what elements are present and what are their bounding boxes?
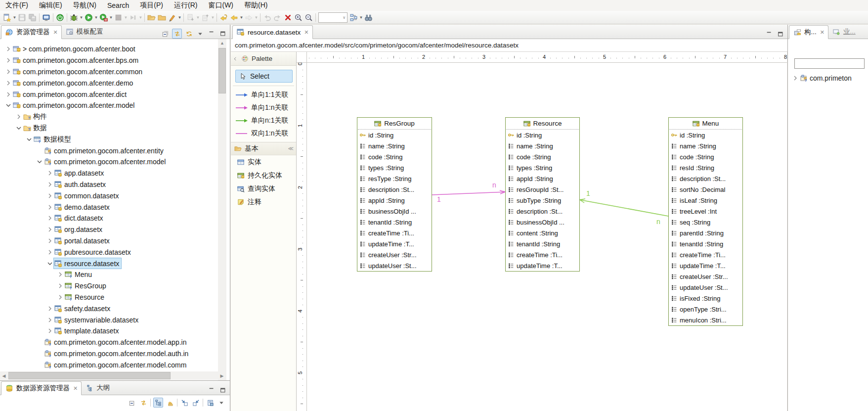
entity-field[interactable]: isLeaf :String xyxy=(669,195,742,206)
tree-item[interactable]: > com.primeton.gocom.afcenter.boot xyxy=(0,44,218,55)
chevron-right-icon[interactable] xyxy=(45,181,54,188)
tree-item[interactable]: resource.datasetx xyxy=(0,258,218,269)
start-server-icon[interactable] xyxy=(55,12,65,23)
diagram-layout-icon[interactable] xyxy=(348,12,359,23)
tree-item[interactable]: org.datasetx xyxy=(0,224,218,235)
view-menu-icon[interactable] xyxy=(217,398,226,407)
tree-item[interactable]: dict.datasetx xyxy=(0,213,218,224)
palette-tool-查询实体[interactable]: 查询实体 xyxy=(231,182,296,195)
entity-field[interactable]: content :String xyxy=(506,228,579,238)
chevron-down-icon[interactable] xyxy=(45,260,54,268)
entity-box-menu[interactable]: Menuid :Stringname :Stringcode :Stringre… xyxy=(668,117,743,326)
tree-item[interactable]: ?ResGroup xyxy=(0,280,218,292)
tree-item[interactable]: ?Resource xyxy=(0,292,218,303)
tree-item[interactable]: ?数据模型 xyxy=(0,134,218,145)
tree-item[interactable]: safety.datasetx xyxy=(0,303,218,314)
palette-drawer-basic[interactable]: 基本 ≪ xyxy=(231,142,296,155)
entity-field[interactable]: name :String xyxy=(669,140,742,151)
palette-tool-单向n:1关联[interactable]: 单向n:1关联 xyxy=(231,114,296,127)
chevron-right-icon[interactable] xyxy=(56,282,64,290)
entity-field[interactable]: openType :Stri... xyxy=(669,304,742,315)
tree-item-body[interactable]: ?数据模型 xyxy=(33,134,73,144)
entity-field[interactable]: tenantId :String xyxy=(357,217,432,228)
entity-field[interactable]: id :String xyxy=(506,130,579,140)
entity-field[interactable]: code :String xyxy=(669,151,742,162)
entity-box-resgroup[interactable]: ResGroupid :Stringname :Stringcode :Stri… xyxy=(357,117,432,272)
chevron-right-icon[interactable] xyxy=(56,271,64,278)
maximize-icon[interactable] xyxy=(776,30,785,39)
zoom-out-icon[interactable] xyxy=(304,12,314,23)
scroll-right-icon[interactable]: ▶ xyxy=(218,371,226,380)
entity-field[interactable]: updateUser :St... xyxy=(669,282,742,293)
close-icon[interactable]: ✕ xyxy=(53,29,58,36)
tree-item-body[interactable]: ?Resource xyxy=(64,292,106,302)
chevron-right-icon[interactable] xyxy=(4,68,12,76)
chevron-right-icon[interactable] xyxy=(45,305,54,313)
tree-item-body[interactable]: ?com.primeton.gocom.afcenter.model.comm xyxy=(43,360,188,370)
new-wizard-icon[interactable] xyxy=(2,12,12,23)
tree-item[interactable]: ?com.primeton.gocom.afcenter.entity xyxy=(0,145,218,156)
entity-field[interactable]: id :String xyxy=(357,130,432,140)
menu-navigate[interactable]: 导航(N) xyxy=(68,1,102,10)
tree-item[interactable]: portal.datasetx xyxy=(0,235,218,247)
chevron-right-icon[interactable] xyxy=(14,113,23,121)
menu-help[interactable]: 帮助(H) xyxy=(239,1,273,10)
dropdown-arrow-icon[interactable]: ▼ xyxy=(254,15,259,20)
tree-item[interactable]: demo.datasetx xyxy=(0,201,218,213)
palette-tool-持久化实体[interactable]: 持久化实体 xyxy=(231,169,296,182)
entity-field[interactable]: name :String xyxy=(506,140,579,151)
tab-datasource-explorer[interactable]: 数据源资源管理器 ✕ xyxy=(1,381,82,395)
entity-field[interactable]: description :St... xyxy=(669,173,742,184)
chevron-right-icon[interactable] xyxy=(56,293,64,301)
refresh-icon[interactable] xyxy=(184,29,193,38)
back-history-icon[interactable] xyxy=(229,12,239,23)
link-with-editor-icon[interactable] xyxy=(139,398,148,407)
entity-field[interactable]: appId :String xyxy=(357,195,432,206)
entity-field[interactable]: businessObjId ... xyxy=(357,206,432,217)
entity-field[interactable]: createTime :Ti... xyxy=(506,249,579,260)
tree-item[interactable]: pubresource.datasetx xyxy=(0,246,218,258)
entity-field[interactable]: code :String xyxy=(506,151,579,162)
tree-item-body[interactable]: demo.datasetx xyxy=(54,202,112,212)
tree-item-body[interactable]: com.primeton.gocom.afcenter.model xyxy=(12,100,136,111)
close-icon[interactable]: ✕ xyxy=(820,29,825,36)
tree-horizontal-scrollbar[interactable]: ◀ ▶ xyxy=(0,371,226,380)
entity-field[interactable]: createTime :Ti... xyxy=(669,249,742,260)
tree-item-body[interactable]: portal.datasetx xyxy=(54,235,112,246)
tree-item-body[interactable]: ?com.primeton.gocom.afcenter.entity xyxy=(43,145,166,156)
entity-field[interactable]: description :St... xyxy=(506,206,579,217)
tree-item[interactable]: ?构件 xyxy=(0,111,218,123)
tree-item-body[interactable]: com.primeton.gocom.afcenter.common xyxy=(12,66,144,77)
dropdown-arrow-icon[interactable]: ▼ xyxy=(177,15,182,20)
save-form-icon[interactable] xyxy=(206,398,215,407)
tree-item-body[interactable]: template.datasetx xyxy=(54,326,121,336)
chevron-right-icon[interactable] xyxy=(791,74,799,82)
open-console-icon[interactable] xyxy=(41,12,51,23)
palette-tool-注释[interactable]: 注释 xyxy=(231,195,296,209)
entity-field[interactable]: name :String xyxy=(357,140,432,151)
entity-field[interactable]: businessObjId ... xyxy=(506,217,579,228)
minimize-icon[interactable] xyxy=(207,386,216,395)
entity-field[interactable]: appId :String xyxy=(506,173,579,184)
entity-field[interactable]: updateTime :T... xyxy=(669,260,742,271)
palette-header[interactable]: Palette xyxy=(231,52,296,66)
chevron-right-icon[interactable] xyxy=(45,214,54,222)
entity-field[interactable]: resGroupId :St... xyxy=(506,184,579,195)
menu-edit[interactable]: 编辑(E) xyxy=(34,1,68,10)
entity-field[interactable]: resType :String xyxy=(357,173,432,184)
scroll-up-icon[interactable]: ▲ xyxy=(218,39,226,47)
entity-field[interactable]: createUser :Str... xyxy=(669,271,742,282)
tree-item[interactable]: ?com.primeton.gocom.afcenter.model.auth.… xyxy=(0,348,218,360)
minimize-icon[interactable] xyxy=(207,29,216,38)
scrollbar-thumb[interactable] xyxy=(218,48,226,93)
palette-tool-双向1:n关联[interactable]: 双向1:n关联 xyxy=(231,127,296,140)
delete-icon[interactable] xyxy=(283,12,293,23)
tree-item-body[interactable]: safety.datasetx xyxy=(54,303,112,314)
breadcrumb[interactable]: com.primeton.gocom.afcenter.model/src/co… xyxy=(231,39,787,52)
tree-item[interactable]: com.primeton.gocom.afcenter.bps.om xyxy=(0,55,218,66)
tree-item-body[interactable]: ?com.primeton.gocom.afcenter.model.auth.… xyxy=(43,348,190,359)
run-history-icon[interactable] xyxy=(98,12,109,23)
entity-field[interactable]: parentId :String xyxy=(669,228,742,238)
tree-item-body[interactable]: ?com.primeton.gocom.afcenter.model xyxy=(43,157,168,167)
chevron-right-icon[interactable] xyxy=(45,316,54,324)
